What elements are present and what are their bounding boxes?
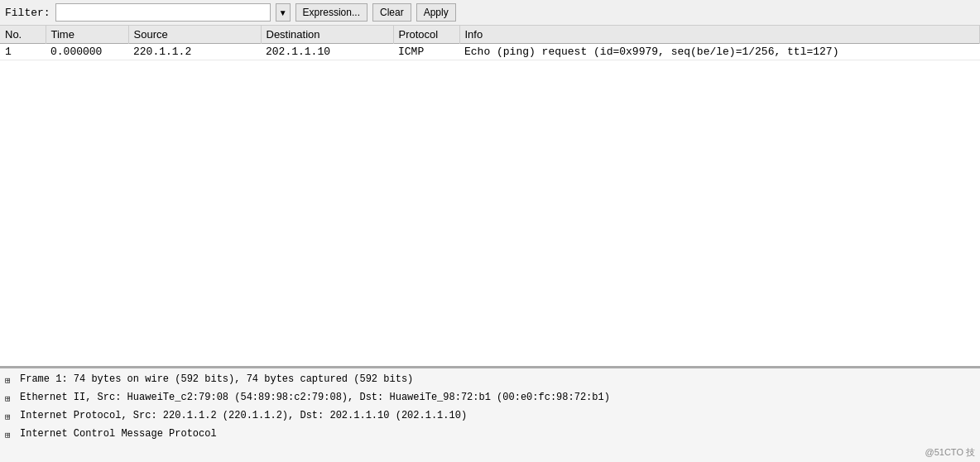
detail-text: Ethernet II, Src: HuaweiTe_c2:79:08 (54:… [20,390,610,405]
expand-icon: ⊞ [5,410,17,421]
detail-text: Frame 1: 74 bytes on wire (592 bits), 74… [20,372,413,387]
filter-label: Filter: [5,7,50,19]
detail-text: Internet Protocol, Src: 220.1.1.2 (220.1… [20,408,467,423]
col-header-no: No. [0,26,46,44]
col-header-destination: Destination [261,26,393,44]
cell-no: 1 [0,44,46,60]
apply-button[interactable]: Apply [416,3,456,22]
detail-row[interactable]: ⊞ Frame 1: 74 bytes on wire (592 bits), … [0,370,980,388]
col-header-time: Time [46,26,128,44]
cell-source: 220.1.1.2 [128,44,261,60]
packet-list: No. Time Source Destination Protocol Inf… [0,26,980,367]
packet-detail-panel: ⊞ Frame 1: 74 bytes on wire (592 bits), … [0,367,980,462]
cell-time: 0.000000 [46,44,128,60]
detail-row[interactable]: ⊞ Internet Control Message Protocol [0,425,980,443]
expand-icon: ⊞ [5,373,17,385]
expand-icon: ⊞ [5,428,17,440]
expression-button[interactable]: Expression... [295,3,368,22]
clear-button[interactable]: Clear [372,3,411,22]
filter-dropdown-button[interactable]: ▼ [276,3,291,22]
col-header-info: Info [459,26,980,44]
table-row[interactable]: 1 0.000000 220.1.1.2 202.1.1.10 ICMP Ech… [0,44,980,60]
filter-bar: Filter: ▼ Expression... Clear Apply [0,0,980,26]
expand-icon: ⊞ [5,392,17,403]
detail-text: Internet Control Message Protocol [20,426,217,441]
watermark: @51CTO 技 [925,446,975,459]
col-header-source: Source [128,26,261,44]
cell-destination: 202.1.1.10 [261,44,393,60]
cell-protocol: ICMP [393,44,459,60]
cell-info: Echo (ping) request (id=0x9979, seq(be/l… [459,44,980,60]
filter-input[interactable] [55,3,271,22]
detail-row[interactable]: ⊞ Internet Protocol, Src: 220.1.1.2 (220… [0,407,980,425]
packet-table: No. Time Source Destination Protocol Inf… [0,26,980,60]
detail-row[interactable]: ⊞ Ethernet II, Src: HuaweiTe_c2:79:08 (5… [0,388,980,407]
col-header-protocol: Protocol [393,26,459,44]
table-header-row: No. Time Source Destination Protocol Inf… [0,26,980,44]
